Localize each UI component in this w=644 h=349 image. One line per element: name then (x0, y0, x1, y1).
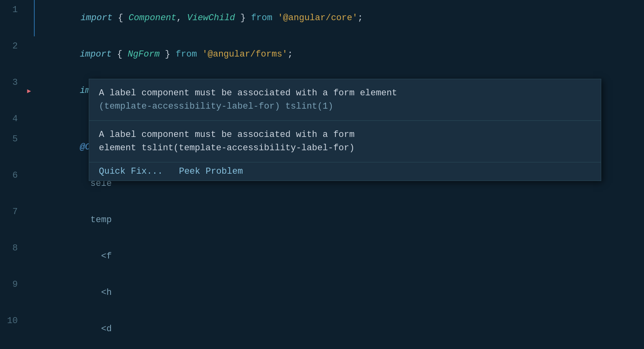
line-gutter-8 (24, 238, 34, 275)
line-number-10: 10 (0, 311, 24, 347)
line-gutter-5 (24, 129, 34, 166)
line-number-6: 6 (0, 166, 24, 202)
keyword-import-2: import (80, 49, 112, 59)
tooltip-tslint-ref-2: tslint(template-accessibility-label-for) (142, 143, 355, 153)
peek-problem-button[interactable]: Peek Problem (179, 166, 243, 177)
code-line-7: 7 temp (0, 202, 644, 238)
line-content-8: <f (34, 238, 644, 275)
line-content-2: import { NgForm } from '@angular/forms'; (34, 36, 644, 73)
line-gutter-11 (24, 347, 34, 349)
line-gutter-9 (24, 275, 34, 311)
line-gutter-10 (24, 311, 34, 347)
line-gutter-1 (24, 0, 34, 36)
line-content-1: import { Component, ViewChild } from '@a… (34, 0, 644, 36)
line-number-9: 9 (0, 275, 24, 311)
tooltip-actions-bar: Quick Fix... Peek Problem (89, 162, 601, 181)
breakpoint-arrow-icon: ▶ (27, 87, 31, 95)
line-number-7: 7 (0, 202, 24, 238)
line-gutter-6 (24, 166, 34, 202)
code-line-2: 2 import { NgForm } from '@angular/forms… (0, 36, 644, 73)
code-line-11: 11 <label class="label">Question</label> (0, 347, 644, 349)
tooltip-message-2: A label component must be associated wit… (89, 121, 601, 162)
line-number-2: 2 (0, 36, 24, 73)
code-line-9: 9 <h (0, 275, 644, 311)
code-line-10: 10 <d (0, 311, 644, 347)
code-line-1: 1 import { Component, ViewChild } from '… (0, 0, 644, 36)
tooltip-tslint-ref-1: tslint(1) (285, 101, 333, 111)
line-number-3: 3 (0, 73, 24, 109)
code-line-8: 8 <f (0, 238, 644, 275)
tooltip-popup: A label component must be associated wit… (89, 79, 601, 181)
tooltip-message-1-code: (template-accessibility-label-for) (99, 101, 280, 111)
line-gutter-3: ▶ (24, 73, 34, 109)
line-gutter-2 (24, 36, 34, 73)
line-number-8: 8 (0, 238, 24, 275)
line-gutter-7 (24, 202, 34, 238)
line-number-5: 5 (0, 129, 24, 166)
tooltip-message-1: A label component must be associated wit… (89, 79, 601, 121)
tooltip-message-1-text: A label component must be associated wit… (99, 88, 397, 98)
line-content-7: temp (34, 202, 644, 238)
line-content-10: <d (34, 311, 644, 347)
line-content-9: <h (34, 275, 644, 311)
line-gutter-4 (24, 109, 34, 129)
keyword-import: import (81, 13, 113, 23)
editor-container: 1 import { Component, ViewChild } from '… (0, 0, 644, 349)
line-number-11: 11 (0, 347, 24, 349)
line-number-4: 4 (0, 109, 24, 129)
line-number-1: 1 (0, 0, 24, 36)
quick-fix-button[interactable]: Quick Fix... (99, 166, 163, 177)
line-content-11: <label class="label">Question</label> (34, 347, 644, 349)
